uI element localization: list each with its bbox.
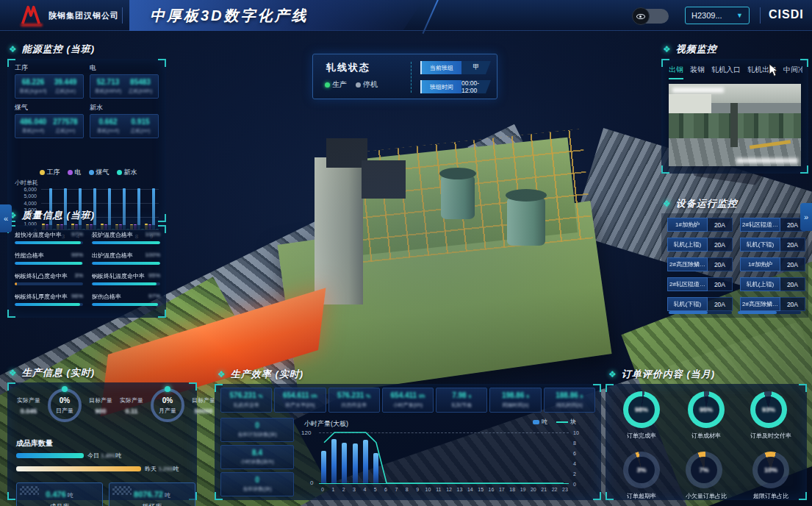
- device-value: 20A: [708, 277, 733, 291]
- video-tab-轧机入口[interactable]: 轧机入口: [711, 65, 741, 79]
- legend-producing: 生产: [325, 79, 347, 90]
- video-panel: 出钢装钢轧机入口轧机出口中间冷电动辊道: [661, 59, 808, 174]
- hour-bar: [342, 443, 347, 483]
- device-row[interactable]: 轧机(下辊)20A: [740, 238, 805, 252]
- device-value: 20A: [708, 238, 733, 252]
- visibility-toggle[interactable]: [633, 9, 669, 24]
- device-value: 20A: [780, 297, 805, 311]
- bar-group: [145, 189, 159, 229]
- device-row[interactable]: 轧机(上辊)20A: [667, 238, 733, 252]
- x-tick: 3: [351, 487, 358, 492]
- x-tick: 5: [372, 487, 379, 492]
- banner-slash: [423, 0, 439, 34]
- legend-dot-icon: [89, 170, 94, 175]
- stock-boxes: 0.476吨 成品库 8076.72吨 板坯库: [16, 482, 195, 506]
- video-tab-出钢[interactable]: 出钢: [669, 65, 683, 79]
- progress-track: [92, 303, 160, 306]
- logo-subtext: [21, 24, 43, 26]
- device-row[interactable]: 1#加热炉20A: [667, 218, 733, 232]
- device-row[interactable]: 轧机(上辊)20A: [740, 277, 805, 291]
- energy-group-box: 52.713单耗(kWh/t)85483总耗(kWh): [90, 74, 159, 99]
- heat-number-value: H2309...: [691, 11, 722, 20]
- video-feed[interactable]: [669, 84, 801, 166]
- quality-label: 超快冷温度命中率: [15, 231, 62, 239]
- quality-percent: 100%: [145, 231, 160, 239]
- y-tick: 5,000: [24, 193, 37, 199]
- devices-panel-title: ❖ 设备运行监控: [663, 197, 738, 210]
- device-row[interactable]: 轧机(下辊)20A: [667, 297, 733, 311]
- quality-label: 装炉温度合格率: [92, 231, 133, 239]
- quality-item: 钢板终轧温度命中率95%: [92, 272, 160, 285]
- quality-label: 性能合格率: [15, 252, 44, 260]
- left-flyout-handle[interactable]: «: [0, 204, 12, 232]
- efficiency-unit: t/h: [311, 393, 317, 399]
- efficiency-label: 轧制节奏: [437, 402, 486, 409]
- order-donut-value: 95%: [693, 396, 719, 423]
- energy-value: 68.226: [18, 78, 48, 86]
- device-row[interactable]: 1#加热炉20A: [740, 257, 805, 271]
- energy-group-name: 煤气: [15, 103, 84, 113]
- efficiency-value: 576.231 %: [222, 391, 270, 399]
- device-value: 20A: [708, 297, 733, 311]
- x-tick: 7: [392, 487, 400, 492]
- energy-unit-label: 总耗(m³): [126, 127, 155, 135]
- y-tick: 4,000: [24, 200, 37, 205]
- video-tab-装钢[interactable]: 装钢: [690, 65, 705, 79]
- camera-osd-top: [672, 88, 724, 93]
- line-legend-icon: [556, 421, 568, 423]
- device-row[interactable]: 2#轧区辊道…20A: [667, 277, 733, 291]
- energy-value: 39.449: [51, 78, 80, 86]
- order-donut-cell: 7%小欠量订单占比: [686, 452, 727, 500]
- legend-dot-icon: [117, 170, 122, 175]
- device-row[interactable]: 2#高压除鳞…20A: [667, 257, 733, 271]
- y-tick-right: 8: [573, 441, 576, 446]
- heat-number-dropdown[interactable]: H2309... ▼: [685, 7, 750, 24]
- legend-item: 煤气: [89, 168, 109, 177]
- order-donut-value: 98%: [628, 396, 655, 423]
- order-donut-cell: 10%超限订单占比: [752, 452, 789, 500]
- right-flyout-handle[interactable]: »: [800, 203, 812, 231]
- x-tick: 12: [445, 487, 453, 492]
- energy-unit-label: 总耗(m³): [51, 127, 80, 135]
- energy-value: 0.662: [93, 118, 123, 126]
- quality-label: 出炉温度合格率: [92, 252, 133, 260]
- quality-percent: 99%: [71, 252, 83, 260]
- device-label: 1#加热炉: [740, 257, 780, 271]
- order-donut-ring: 10%: [752, 452, 789, 488]
- efficiency-card: 654.411 t/h小时产量(t/h): [382, 388, 434, 413]
- legend-stopped: 停机: [356, 79, 378, 90]
- video-tab-中间冷[interactable]: 中间冷: [783, 65, 802, 79]
- quality-label: 钢板终轧温度命中率: [92, 272, 145, 280]
- header-bar: 陕钢集团汉钢公司 中厚板3D数字化产线 H2309... ▼ CISDI: [0, 0, 812, 31]
- production-panel: 实际产量 0.045 0% 日产量 目标产量 900 实际产量 0.11 0% …: [7, 382, 197, 500]
- device-row[interactable]: 2#轧区辊道…20A: [740, 218, 805, 232]
- progress-track: [15, 241, 83, 244]
- quality-label: 探伤合格率: [92, 293, 121, 301]
- efficiency-label: 班产水平(t/h): [276, 402, 324, 409]
- quality-item: 探伤合格率97%: [92, 293, 160, 306]
- efficiency-card: 576.231 %轧机作业率: [220, 388, 272, 413]
- side-value: 8.4: [223, 449, 292, 457]
- bar-legend-icon: [533, 420, 539, 424]
- device-scrollbar-right[interactable]: [738, 311, 801, 314]
- stock-bar-today: 今日 1,891吨: [16, 452, 121, 460]
- month-output-gauge: 实际产量 0.11 0% 月产量 目标产量 50000: [116, 388, 219, 422]
- side-label: 当班块数(块): [223, 485, 292, 493]
- device-row[interactable]: 2#高压除鳞…20A: [740, 297, 805, 311]
- diamond-icon: ❖: [9, 44, 17, 54]
- orders-panel-title: ❖ 订单评价内容 (当月): [608, 368, 715, 381]
- energy-value: 277578: [51, 118, 80, 126]
- x-tick: 21: [540, 487, 547, 492]
- order-donut-cell: 93%订单及时交付率: [750, 391, 791, 440]
- order-donut-ring: 95%: [688, 391, 725, 428]
- quality-percent: 95%: [148, 272, 160, 280]
- efficiency-panel-title: ❖ 生产效率 (实时): [218, 368, 303, 381]
- device-scrollbar-left[interactable]: [669, 311, 732, 314]
- progress-fill: [15, 262, 82, 265]
- x-tick: 4: [361, 487, 368, 492]
- device-value: 20A: [780, 257, 805, 271]
- progress-track: [92, 262, 160, 265]
- energy-group-box: 68.226单耗(kgce/t)39.449总耗(tce): [15, 74, 84, 99]
- mill-status-panel: 轧线状态 生产 停机 当前班组 甲 班组时间 00:00-12:00: [312, 54, 497, 99]
- quality-label: 钢板终轧厚度命中率: [15, 293, 68, 301]
